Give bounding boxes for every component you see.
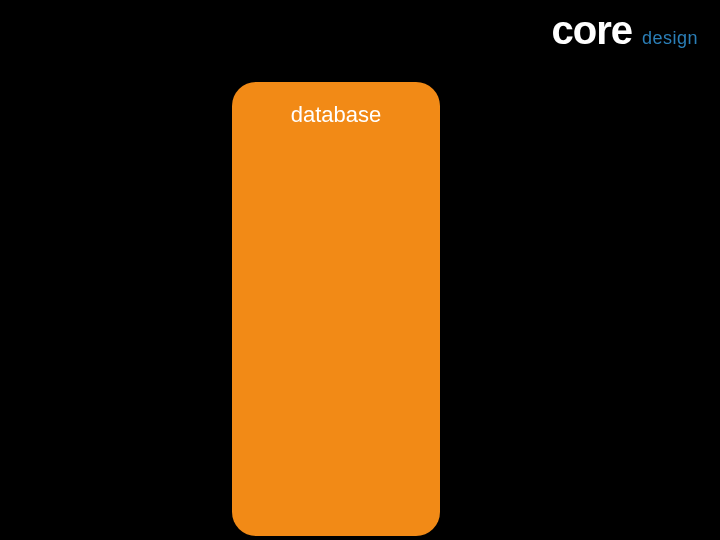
header-core-text: core xyxy=(551,8,632,53)
slide-header: core design xyxy=(551,8,698,53)
database-panel: database xyxy=(232,82,440,536)
database-panel-label: database xyxy=(232,102,440,128)
header-design-text: design xyxy=(642,28,698,49)
